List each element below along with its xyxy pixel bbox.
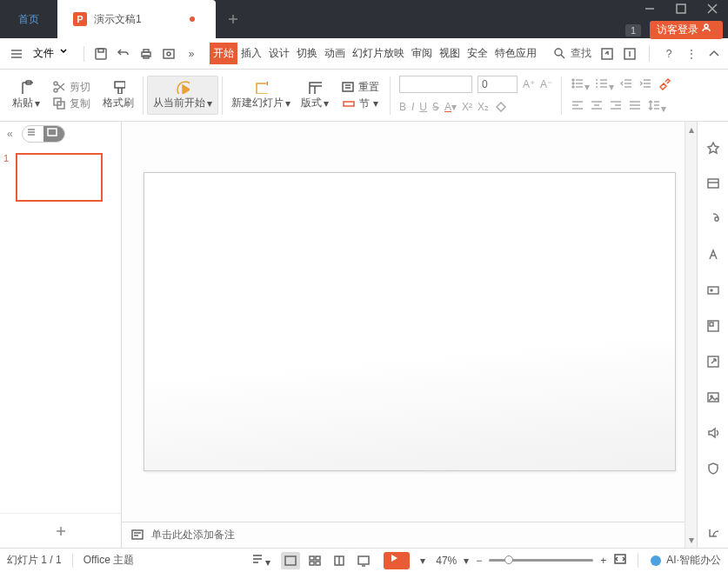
preview-button[interactable] <box>159 44 178 63</box>
collapse-pane-button[interactable]: « <box>7 128 13 140</box>
text-style-button[interactable] <box>706 248 720 264</box>
format-painter-button[interactable]: 格式刷 <box>97 76 139 114</box>
templates-button[interactable] <box>706 176 720 193</box>
thumbnail-view-button[interactable] <box>43 126 64 142</box>
zoom-slider[interactable] <box>489 559 593 562</box>
tab-insert[interactable]: 插入 <box>237 43 265 64</box>
new-slide-button[interactable]: 新建幻灯片▾ <box>226 76 296 114</box>
save-icon <box>94 47 108 61</box>
notes-pane[interactable]: 单击此处添加备注 <box>122 522 697 548</box>
line-spacing-button[interactable]: ▾ <box>647 98 666 115</box>
undo-button[interactable] <box>114 44 133 63</box>
save-button[interactable] <box>91 44 110 63</box>
close-button[interactable] <box>697 0 728 17</box>
decrease-indent-button[interactable] <box>619 76 633 93</box>
themes-button[interactable] <box>706 212 720 229</box>
slide[interactable] <box>144 172 676 471</box>
italic-button[interactable]: I <box>411 101 414 113</box>
clipboard-icon <box>19 80 33 94</box>
underline-button[interactable]: U <box>419 101 427 113</box>
materials-button[interactable] <box>706 283 720 300</box>
copy-button[interactable]: 复制 <box>50 96 92 112</box>
increase-indent-button[interactable] <box>638 76 652 93</box>
tab-start[interactable]: 开始 <box>210 43 237 64</box>
play-button[interactable] <box>384 552 410 569</box>
slide-counter[interactable]: 幻灯片 1 / 1 <box>7 553 62 568</box>
resources-button[interactable] <box>706 319 720 336</box>
numbering-button[interactable]: ▾ <box>595 76 614 93</box>
notes-toggle-button[interactable]: ▾ <box>251 552 270 569</box>
tab-features[interactable]: 特色应用 <box>491 43 540 64</box>
more-qat[interactable]: » <box>182 44 201 63</box>
superscript-button[interactable]: X² <box>462 101 472 113</box>
maximize-button[interactable] <box>665 0 697 17</box>
fit-button[interactable] <box>613 552 627 569</box>
zoom-out-button[interactable]: − <box>476 555 482 567</box>
strike-button[interactable]: S̶ <box>432 101 439 113</box>
vertical-scrollbar[interactable]: ▴ ▾ <box>685 122 697 548</box>
bullets-button[interactable]: ▾ <box>571 76 590 93</box>
zoom-level[interactable]: 47% <box>436 555 457 567</box>
subscript-button[interactable]: X₂ <box>478 101 489 113</box>
tab-design[interactable]: 设计 <box>265 43 293 64</box>
align-right-button[interactable] <box>609 98 623 115</box>
layout-button[interactable]: 版式▾ <box>296 76 334 114</box>
favorites-button[interactable] <box>706 141 720 157</box>
outline-view-button[interactable] <box>23 126 43 142</box>
font-size-select[interactable] <box>478 76 518 93</box>
tab-document[interactable]: P 演示文稿1 <box>57 0 216 38</box>
hamburger-button[interactable] <box>7 44 26 63</box>
reset-button[interactable]: 重置 <box>339 79 381 96</box>
align-center-icon <box>590 98 604 112</box>
paste-button[interactable]: 粘贴▾ <box>7 76 45 114</box>
tab-slideshow[interactable]: 幻灯片放映 <box>349 43 408 64</box>
slider-handle[interactable] <box>504 555 513 564</box>
print-button[interactable] <box>137 44 156 63</box>
increase-font-button[interactable]: A⁺ <box>523 78 535 90</box>
images-button[interactable] <box>706 390 720 407</box>
restore-panel-button[interactable] <box>706 526 720 542</box>
export-button[interactable] <box>623 47 637 61</box>
thumbnail-item[interactable]: 1 <box>3 153 117 202</box>
notification-badge[interactable]: 1 <box>625 24 641 37</box>
tab-review[interactable]: 审阅 <box>408 43 436 64</box>
clear-format-button[interactable] <box>494 98 508 115</box>
font-color-button[interactable]: A▾ <box>444 101 457 113</box>
tab-animation[interactable]: 动画 <box>321 43 349 64</box>
zoom-in-button[interactable]: + <box>600 555 606 567</box>
share-button[interactable] <box>600 47 614 61</box>
login-button[interactable]: 访客登录 <box>650 21 723 39</box>
security-button[interactable] <box>706 462 720 478</box>
theme-label[interactable]: Office 主题 <box>83 553 134 568</box>
audio-button[interactable] <box>706 426 720 442</box>
cut-button[interactable]: 剪切 <box>50 79 92 96</box>
highlight-button[interactable] <box>658 76 671 93</box>
tab-home[interactable]: 首页 <box>0 0 57 38</box>
from-current-button[interactable]: 从当前开始▾ <box>147 76 218 115</box>
bold-button[interactable]: B <box>399 101 406 113</box>
ai-button[interactable]: AI·智能办公 <box>649 553 721 568</box>
collapse-ribbon-button[interactable] <box>707 47 721 61</box>
minimize-button[interactable] <box>634 0 665 17</box>
link-button[interactable] <box>706 355 720 371</box>
normal-view-button[interactable] <box>281 552 300 569</box>
slideshow-view-button[interactable] <box>354 552 373 569</box>
align-justify-button[interactable] <box>628 98 642 115</box>
add-slide-button[interactable] <box>0 513 121 548</box>
align-left-button[interactable] <box>571 98 584 115</box>
tab-security[interactable]: 安全 <box>464 43 491 64</box>
sorter-view-button[interactable] <box>305 552 324 569</box>
reading-view-button[interactable] <box>330 552 349 569</box>
tab-transition[interactable]: 切换 <box>293 43 321 64</box>
section-button[interactable]: 节▾ <box>340 96 380 112</box>
decrease-font-button[interactable]: A⁻ <box>540 78 552 90</box>
align-center-button[interactable] <box>590 98 604 115</box>
more-button[interactable]: ⋮ <box>685 47 698 61</box>
file-menu[interactable]: 文件 <box>30 46 77 61</box>
help-button[interactable]: ? <box>662 47 676 61</box>
new-tab-button[interactable] <box>216 0 250 38</box>
tab-view[interactable]: 视图 <box>436 43 464 64</box>
search-button[interactable]: 查找 <box>553 46 591 61</box>
slide-viewport[interactable] <box>122 122 697 522</box>
font-family-select[interactable] <box>399 76 472 93</box>
